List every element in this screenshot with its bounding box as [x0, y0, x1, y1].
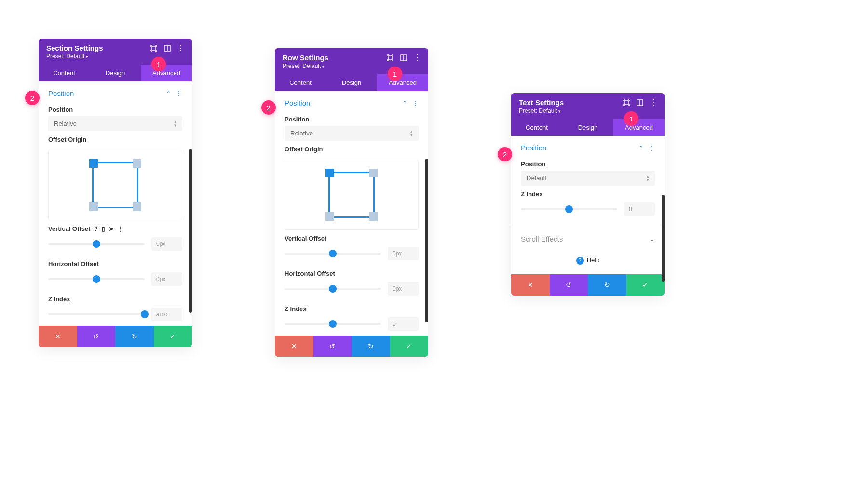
chevron-down-icon[interactable]: ⌄	[650, 236, 655, 242]
horizontal-offset-value[interactable]: 0px	[388, 282, 419, 296]
slider-track[interactable]	[48, 243, 145, 245]
redo-button[interactable]: ↻	[352, 336, 390, 357]
scrollbar[interactable]	[662, 195, 665, 282]
tab-content[interactable]: Content	[511, 119, 562, 136]
more-icon[interactable]: ⋮	[177, 45, 184, 52]
offset-grid	[92, 162, 138, 208]
position-select[interactable]: Relative ▴▾	[48, 116, 182, 131]
save-button[interactable]: ✓	[154, 326, 192, 347]
tab-design[interactable]: Design	[90, 65, 141, 81]
scrollbar[interactable]	[425, 159, 428, 322]
tab-design[interactable]: Design	[562, 119, 613, 136]
slider-track[interactable]	[521, 208, 617, 210]
tab-design[interactable]: Design	[326, 74, 377, 91]
columns-icon[interactable]	[400, 54, 407, 61]
slider-track[interactable]	[48, 313, 145, 315]
anchor-top-right[interactable]	[133, 159, 141, 168]
anchor-top-left[interactable]	[89, 159, 98, 168]
anchor-bottom-left[interactable]	[326, 212, 334, 221]
chevron-up-icon[interactable]: ⌃	[166, 90, 171, 97]
undo-button[interactable]: ↺	[550, 274, 588, 296]
anchor-bottom-right[interactable]	[133, 202, 141, 211]
slider-thumb[interactable]	[93, 240, 100, 248]
redo-button[interactable]: ↻	[115, 326, 154, 347]
annotation-badge-2: 2	[25, 91, 40, 105]
cancel-button[interactable]: ✕	[275, 336, 313, 357]
preset-dropdown[interactable]: Preset: Default	[511, 107, 665, 119]
zindex-value[interactable]: 0	[624, 202, 655, 216]
slider-track[interactable]	[48, 278, 145, 280]
field-more-icon[interactable]: ⋮	[118, 226, 123, 232]
preset-dropdown[interactable]: Preset: Default	[39, 53, 192, 65]
chevron-up-icon[interactable]: ⌃	[402, 100, 407, 107]
undo-button[interactable]: ↺	[77, 326, 116, 347]
chevron-up-icon[interactable]: ⌃	[638, 145, 643, 151]
preset-dropdown[interactable]: Preset: Default	[275, 63, 428, 74]
columns-icon[interactable]	[164, 45, 171, 52]
scroll-effects-section-header[interactable]: Scroll Effects ⌄	[511, 227, 665, 247]
expand-icon[interactable]	[150, 45, 157, 52]
slider-thumb[interactable]	[93, 275, 100, 283]
scrollbar[interactable]	[189, 149, 192, 313]
columns-icon[interactable]	[637, 99, 643, 106]
select-caret-icon: ▴▾	[410, 130, 413, 136]
slider-thumb[interactable]	[329, 320, 337, 328]
anchor-bottom-left[interactable]	[89, 202, 98, 211]
tab-advanced[interactable]: Advanced	[141, 65, 192, 81]
vertical-offset-value[interactable]: 0px	[388, 247, 419, 260]
more-icon[interactable]: ⋮	[650, 99, 657, 106]
redo-button[interactable]: ↻	[588, 274, 626, 296]
help-row[interactable]: ?Help	[511, 247, 665, 274]
annotation-badge-2: 2	[498, 147, 512, 161]
responsive-icon[interactable]: ▯	[102, 226, 105, 232]
panel-footer: ✕ ↺ ↻ ✓	[39, 326, 192, 347]
zindex-slider: 0	[511, 201, 665, 221]
tab-advanced[interactable]: Advanced	[613, 119, 665, 136]
expand-icon[interactable]	[623, 99, 630, 106]
position-section-title: Position	[521, 144, 546, 152]
tab-advanced[interactable]: Advanced	[377, 74, 428, 91]
anchor-top-left[interactable]	[326, 169, 334, 177]
position-select[interactable]: Default ▴▾	[521, 171, 655, 186]
undo-button[interactable]: ↺	[313, 336, 352, 357]
tab-content[interactable]: Content	[39, 65, 90, 81]
section-more-icon[interactable]: ⋮	[176, 90, 182, 97]
position-section-header[interactable]: Position ⌃⋮	[511, 136, 665, 156]
zindex-value[interactable]: auto	[151, 308, 182, 321]
slider-track[interactable]	[285, 323, 381, 325]
svg-rect-3	[388, 56, 392, 60]
help-icon[interactable]: ?	[94, 226, 97, 232]
slider-track[interactable]	[285, 253, 381, 255]
slider-thumb[interactable]	[141, 310, 149, 318]
header-icon-group: ⋮	[150, 45, 184, 52]
position-section-header[interactable]: Position ⌃⋮	[39, 81, 192, 101]
tab-content[interactable]: Content	[275, 74, 326, 91]
section-more-icon[interactable]: ⋮	[412, 99, 419, 107]
hover-icon[interactable]: ➤	[109, 226, 114, 232]
save-button[interactable]: ✓	[626, 274, 665, 296]
slider-thumb[interactable]	[565, 205, 573, 213]
panel-header: Row Settings ⋮ Preset: Default Content D…	[275, 48, 428, 91]
expand-icon[interactable]	[387, 54, 393, 61]
position-select-value: Relative	[290, 130, 313, 137]
save-button[interactable]: ✓	[390, 336, 429, 357]
slider-track[interactable]	[285, 288, 381, 290]
offset-origin-control[interactable]	[48, 150, 182, 220]
svg-rect-0	[152, 46, 156, 50]
cancel-button[interactable]: ✕	[511, 274, 550, 296]
more-icon[interactable]: ⋮	[414, 54, 420, 61]
position-select-value: Relative	[54, 120, 77, 127]
offset-origin-control[interactable]	[285, 160, 419, 230]
vertical-offset-value[interactable]: 0px	[151, 237, 182, 251]
section-more-icon[interactable]: ⋮	[648, 144, 655, 152]
anchor-top-right[interactable]	[369, 169, 378, 177]
slider-thumb[interactable]	[329, 250, 337, 257]
zindex-value[interactable]: 0	[388, 317, 419, 331]
horizontal-offset-value[interactable]: 0px	[151, 272, 182, 286]
slider-thumb[interactable]	[329, 285, 337, 293]
annotation-badge-1: 1	[151, 57, 166, 71]
position-section-header[interactable]: Position ⌃⋮	[275, 91, 428, 111]
anchor-bottom-right[interactable]	[369, 212, 378, 221]
position-select[interactable]: Relative ▴▾	[285, 126, 419, 141]
cancel-button[interactable]: ✕	[39, 326, 77, 347]
